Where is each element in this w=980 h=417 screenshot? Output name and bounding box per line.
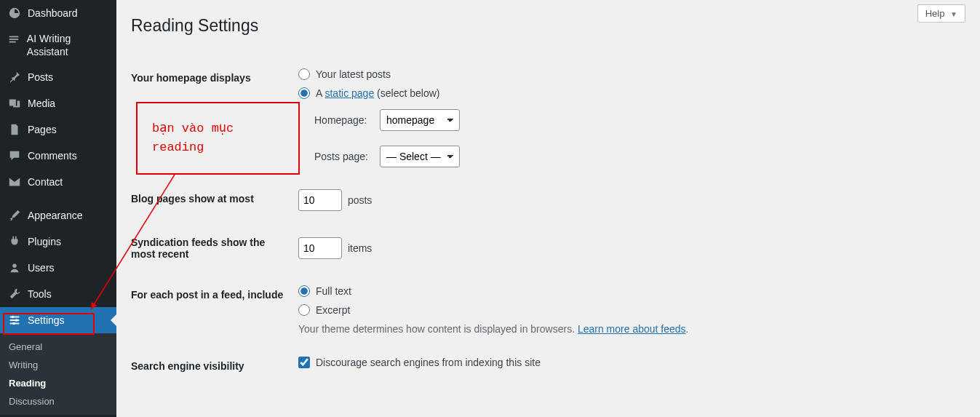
sidebar-item-posts[interactable]: Posts [0,64,116,90]
svg-rect-0 [9,36,19,38]
feed-description: Your theme determines how content is dis… [298,323,958,335]
ai-icon [7,32,21,47]
checkbox-discourage-label: Discourage search engines from indexing … [316,357,541,368]
chevron-down-icon: ▼ [950,10,957,18]
sliders-icon [7,313,22,327]
mail-icon [7,175,22,189]
learn-more-feeds-link[interactable]: Learn more about feeds [578,323,686,335]
wrench-icon [7,287,22,301]
sidebar-item-label: Pages [28,124,57,135]
help-tab[interactable]: Help ▼ [917,4,965,23]
radio-excerpt[interactable] [298,304,310,316]
submenu-item-reading[interactable]: Reading [0,374,116,392]
svg-rect-1 [9,39,19,40]
radio-full-text-label: Full text [316,285,351,297]
homepage-displays-label: Your homepage displays [131,57,291,178]
radio-excerpt-label: Excerpt [316,304,350,316]
syndication-input[interactable] [298,237,342,259]
brush-icon [7,208,22,223]
syndication-suffix: items [348,242,372,254]
sidebar-item-users[interactable]: Users [0,255,116,281]
homepage-select-label: Homepage: [314,114,380,126]
sidebar-item-contact[interactable]: Contact [0,169,116,195]
radio-static-page[interactable] [298,87,310,99]
sidebar-item-label: Tools [28,288,52,300]
sidebar-item-label: Posts [28,71,53,83]
postspage-select-label: Posts page: [314,151,380,162]
content-area: Help ▼ Reading Settings Your homepage di… [116,0,980,401]
sidebar-item-label: Users [28,262,55,274]
sidebar-item-label: Comments [28,150,77,162]
comments-icon [7,148,22,163]
radio-static-page-label: A static page (select below) [316,87,439,99]
dashboard-icon [7,6,22,20]
plug-icon [7,234,22,249]
feed-include-label: For each post in a feed, include [131,274,291,346]
media-icon [7,96,22,111]
blog-pages-suffix: posts [348,194,372,206]
sidebar-item-label: Media [28,98,55,109]
postspage-select[interactable]: — Select — [380,146,460,167]
blog-pages-input[interactable] [298,189,342,211]
radio-latest-posts[interactable] [298,68,310,80]
help-label: Help [925,8,945,19]
settings-submenu: General Writing Reading Discussion [0,333,116,415]
static-page-link[interactable]: static page [324,87,374,99]
sidebar-item-ai-writing[interactable]: AI Writing Assistant [0,26,116,64]
users-icon [7,261,22,275]
sidebar-item-label: Plugins [28,236,61,247]
svg-rect-2 [9,41,16,43]
sidebar-item-tools[interactable]: Tools [0,281,116,307]
search-visibility-label: Search engine visibility [131,346,291,386]
syndication-label: Syndication feeds show the most recent [131,222,291,274]
submenu-item-general[interactable]: General [0,338,116,356]
sidebar-item-appearance[interactable]: Appearance [0,202,116,229]
sidebar-item-label: Appearance [28,210,83,221]
svg-point-8 [15,319,18,322]
submenu-item-discussion[interactable]: Discussion [0,392,116,410]
radio-full-text[interactable] [298,285,310,297]
settings-form: Your homepage displays Your latest posts… [131,57,965,386]
sidebar-item-label: Dashboard [28,7,78,19]
homepage-select[interactable]: homepage [380,109,460,131]
sidebar-item-pages[interactable]: Pages [0,116,116,143]
sidebar-item-media[interactable]: Media [0,90,116,116]
sidebar-item-label: Settings [28,314,65,326]
blog-pages-label: Blog pages show at most [131,178,291,222]
page-title: Reading Settings [131,0,965,43]
radio-latest-posts-label: Your latest posts [316,68,391,80]
admin-sidebar: Dashboard AI Writing Assistant Posts Med… [0,0,116,417]
svg-point-9 [12,322,15,325]
sidebar-item-dashboard[interactable]: Dashboard [0,0,116,26]
svg-point-3 [12,264,16,268]
checkbox-discourage[interactable] [298,357,310,368]
sidebar-item-settings[interactable]: Settings [0,307,116,333]
svg-point-7 [12,316,15,319]
pin-icon [7,70,22,84]
sidebar-item-comments[interactable]: Comments [0,143,116,169]
submenu-item-writing[interactable]: Writing [0,356,116,374]
pages-icon [7,122,22,137]
sidebar-item-plugins[interactable]: Plugins [0,229,116,255]
sidebar-item-label: AI Writing Assistant [27,32,109,58]
sidebar-item-label: Contact [28,176,63,188]
